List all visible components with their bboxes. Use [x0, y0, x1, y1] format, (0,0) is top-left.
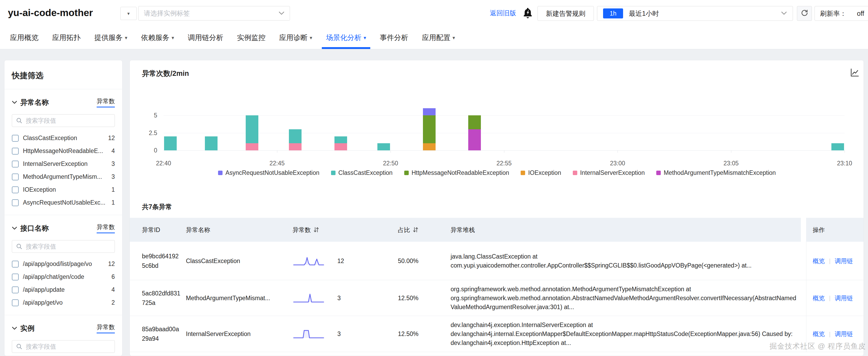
nav-tab-label: 应用配置	[422, 33, 450, 42]
chevron-down-icon[interactable]	[12, 326, 17, 330]
bar-segment-ClassCastException[interactable]	[205, 136, 218, 150]
chevron-down-icon: ▾	[453, 35, 455, 41]
instance-tag-select[interactable]: 请选择实例标签	[138, 6, 290, 21]
overview-link[interactable]: 概览	[813, 294, 825, 302]
new-alarm-rule-button[interactable]: 新建告警规则	[537, 6, 594, 21]
legend-swatch	[404, 171, 409, 175]
bar-segment-ClassCastException[interactable]	[831, 143, 844, 150]
nav-tab-label: 事件分析	[380, 33, 408, 42]
bar-segment-ClassCastException[interactable]	[289, 129, 302, 143]
filter-item-count: 6	[112, 273, 115, 281]
checkbox[interactable]	[12, 273, 19, 281]
chart-legend: AsyncRequestNotUsableExceptionClassCastE…	[130, 169, 864, 176]
sort-icon[interactable]	[313, 226, 319, 233]
watermark: 掘金技术社区 @ 程序员鱼皮	[770, 341, 866, 351]
bar-segment-ClassCastException[interactable]	[164, 136, 177, 150]
nav-tab-8[interactable]: 场景化分析▾	[326, 26, 366, 49]
nav-tab-2[interactable]: 应用拓扑	[52, 26, 81, 49]
search-input[interactable]	[26, 243, 111, 250]
chevron-down-icon[interactable]	[12, 101, 17, 104]
refresh-rate-control[interactable]: 刷新率： off	[814, 6, 868, 21]
nav-tab-5[interactable]: 调用链分析	[188, 26, 223, 49]
nav-tab-label: 实例监控	[237, 33, 266, 42]
bar-segment-HttpMessageNotReadableException[interactable]	[423, 115, 436, 143]
search-icon	[16, 243, 23, 250]
col-header-exception-id: 异常ID	[142, 226, 160, 234]
nav-tab-9[interactable]: 事件分析	[380, 26, 408, 49]
legend-swatch	[521, 171, 525, 175]
back-to-old-version-link[interactable]: 返回旧版	[490, 9, 516, 18]
new-alarm-rule-label: 新建告警规则	[546, 9, 585, 18]
trace-link[interactable]: 调用链	[835, 257, 853, 265]
bar-segment-ClassCastException[interactable]	[335, 136, 347, 143]
filter-item-label: InternalServerException	[23, 160, 107, 167]
filter-list: /api/app/good/list/page/vo12/api/app/cha…	[4, 255, 122, 309]
checkbox[interactable]	[12, 299, 19, 306]
bar-segment-HttpMessageNotReadableException[interactable]	[468, 115, 481, 129]
trace-link[interactable]: 调用链	[835, 294, 853, 302]
search-input[interactable]	[26, 343, 111, 350]
sparkline-chart	[292, 292, 332, 304]
action-separator: |	[829, 295, 831, 301]
chevron-down-icon	[781, 11, 787, 16]
checkbox[interactable]	[12, 173, 19, 181]
bar-segment-InternalServerException[interactable]	[246, 143, 258, 150]
cell-actions: 概览|调用链	[813, 330, 853, 338]
legend-item-HttpMessageNotReadableException[interactable]: HttpMessageNotReadableException	[404, 169, 509, 176]
bar-segment-InternalServerException[interactable]	[335, 143, 347, 150]
legend-item-ClassCastException[interactable]: ClassCastException	[331, 169, 393, 176]
time-range-select[interactable]: 1h 最近1小时	[597, 6, 793, 21]
checkbox[interactable]	[12, 161, 19, 167]
exception-count-sort-link[interactable]: 异常数	[97, 97, 115, 107]
legend-item-AsyncRequestNotUsableException[interactable]: AsyncRequestNotUsableException	[218, 169, 319, 176]
legend-item-InternalServerException[interactable]: InternalServerException	[573, 169, 645, 176]
exception-count-sort-link[interactable]: 异常数	[97, 323, 115, 333]
nav-tab-1[interactable]: 应用概览	[10, 26, 38, 49]
overview-link[interactable]: 概览	[813, 257, 825, 265]
app-switcher-button[interactable]: ▼	[120, 7, 137, 20]
cell-exception-name: MethodArgumentTypeMismat...	[186, 294, 289, 301]
nav-tab-7[interactable]: 应用诊断▾	[279, 26, 312, 49]
alarm-bell-icon[interactable]	[522, 7, 533, 20]
bar-segment-ClassCastException[interactable]	[377, 143, 390, 150]
chevron-down-icon[interactable]	[12, 226, 17, 230]
trace-link[interactable]: 调用链	[835, 330, 853, 338]
sort-icon[interactable]	[413, 226, 418, 233]
refresh-rate-value: off	[857, 10, 864, 18]
filter-item-count: 12	[108, 135, 115, 142]
sidebar-search-box	[12, 114, 115, 127]
checkbox[interactable]	[12, 261, 19, 267]
sidebar-section-header: 异常名称异常数	[4, 89, 122, 113]
checkbox[interactable]	[12, 135, 19, 142]
nav-tab-bar: 应用概览应用拓扑提供服务▾依赖服务▾调用链分析实例监控应用诊断▾场景化分析▾事件…	[0, 26, 868, 49]
cell-exception-stack: dev.langchain4j.exception.InternalServer…	[451, 320, 797, 347]
exceptions-table: 异常ID 异常名称 异常数 占比 异常堆栈 操作 be9bcd64192 5c6…	[130, 218, 864, 352]
refresh-button[interactable]	[797, 6, 812, 21]
sidebar-search-box	[12, 340, 115, 353]
bar-segment-IOException[interactable]	[423, 143, 436, 150]
search-input[interactable]	[26, 117, 111, 124]
table-row-3: 85a9baad00a 29a94InternalServerException…	[130, 316, 864, 352]
bar-segment-ClassCastException[interactable]	[246, 115, 258, 143]
filter-item-label: IOException	[23, 186, 107, 193]
bar-segment-MethodArgumentTypeMismatchException[interactable]	[468, 129, 481, 150]
nav-tab-6[interactable]: 实例监控	[237, 26, 266, 49]
checkbox[interactable]	[12, 199, 19, 206]
exception-count-sort-link[interactable]: 异常数	[97, 223, 115, 233]
bar-segment-AsyncRequestNotUsableException[interactable]	[423, 108, 436, 115]
checkbox[interactable]	[12, 187, 19, 193]
nav-tab-10[interactable]: 应用配置▾	[422, 26, 455, 49]
filter-item: InternalServerException3	[12, 158, 115, 170]
nav-tab-3[interactable]: 提供服务▾	[94, 26, 127, 49]
x-tick-label: 22:55	[488, 160, 520, 167]
checkbox[interactable]	[12, 287, 19, 293]
legend-swatch	[656, 171, 661, 175]
nav-tab-4[interactable]: 依赖服务▾	[141, 26, 174, 49]
bar-segment-InternalServerException[interactable]	[289, 143, 302, 150]
col-header-actions: 操作	[813, 226, 825, 234]
overview-link[interactable]: 概览	[813, 330, 825, 338]
legend-item-MethodArgumentTypeMismatchException[interactable]: MethodArgumentTypeMismatchException	[656, 169, 776, 176]
checkbox[interactable]	[12, 148, 19, 155]
legend-item-IOException[interactable]: IOException	[521, 169, 561, 176]
x-tick-label: 22:45	[261, 160, 293, 167]
